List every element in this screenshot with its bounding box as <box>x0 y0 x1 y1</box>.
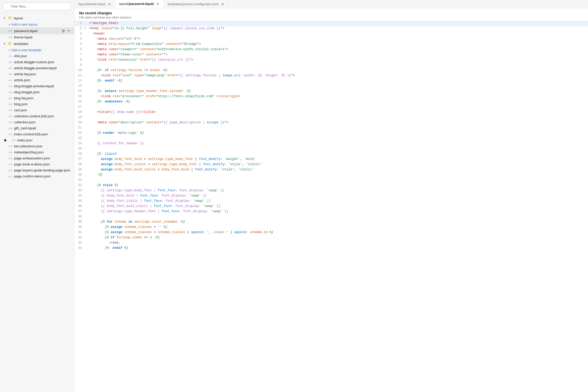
code-line-44: 44 {%- endif %} <box>74 246 588 251</box>
file-name-blog: blog.json <box>14 102 71 106</box>
line-num-10: 10 <box>74 68 84 72</box>
templates-add-label: Add a new template <box>11 48 42 52</box>
code-line-41: 41 {% assign scheme_classes = scheme_cla… <box>74 230 588 235</box>
line-num-32: 32 <box>74 183 84 187</box>
file-name-bbp: blog.bloggle-preview.liquid <box>14 84 71 88</box>
tab-label-product: templates/product.configurator.json <box>168 2 218 6</box>
file-icon-pbg: </> <box>8 169 13 172</box>
line-num-6: 6 <box>74 47 84 51</box>
file-article-faq[interactable]: </> article.faq.json <box>0 71 74 77</box>
layout-folder[interactable]: ▼ 📁 layout <box>0 15 74 21</box>
file-page-buyers-guide[interactable]: </> page.buyers-guide-landing-page.json <box>0 167 74 173</box>
file-name-theme: theme.liquid <box>14 35 71 39</box>
status-bar: No recent changes File does not have any… <box>74 8 588 21</box>
line-content-37: {{ settings.type_header_font | font_face… <box>89 209 588 214</box>
line-num-17: 17 <box>74 105 84 109</box>
line-num-14: 14 <box>74 89 84 93</box>
templates-folder[interactable]: ▼ 📁 templates <box>0 40 74 47</box>
code-line-36: 36 {{ body_font_bold_italic | font_face:… <box>74 204 588 209</box>
code-line-30: 30 -%} <box>74 173 588 178</box>
file-blog-bloggle[interactable]: </> blog.bloggle.json <box>0 89 74 95</box>
tabs-bar: layout/theme.liquid ✕ layout/password.li… <box>74 0 588 8</box>
file-blog-bloggle-preview[interactable]: </> blog.bloggle-preview.liquid <box>0 83 74 89</box>
file-icon-mfaq: </> <box>8 151 13 154</box>
code-line-26: 26 {%- liquid <box>74 152 588 157</box>
line-content-29: assign body_font_bold_italic = body_font… <box>89 168 588 172</box>
file-password-liquid[interactable]: </> password.liquid 🗑 ✏ <box>0 27 74 34</box>
line-num-35: 35 <box>74 199 84 203</box>
line-num-34: 34 <box>74 194 84 198</box>
line-content-21 <box>89 126 588 126</box>
file-icon-theme: </> <box>8 36 13 39</box>
line-content-1: <!doctype html> <box>89 21 588 25</box>
edit-password-button[interactable]: ✏ <box>67 28 71 33</box>
file-cart[interactable]: </> cart.json <box>0 107 74 113</box>
line-content-30: -%} <box>89 173 588 177</box>
layout-add-button[interactable]: + Add a new layout <box>0 21 74 27</box>
line-arrow-43 <box>84 241 89 241</box>
file-icon-abp: </> <box>8 67 13 70</box>
file-index[interactable]: </> index.json <box>0 137 74 143</box>
file-list-collections[interactable]: </> list-collections.json <box>0 143 74 149</box>
file-gift-card[interactable]: </> gift_card.liquid <box>0 125 74 131</box>
line-arrow-44 <box>84 246 89 246</box>
file-article[interactable]: </> article.json <box>0 77 74 83</box>
line-arrow-3 <box>84 32 89 32</box>
line-content-18: <title>{{ shop.name }}</title> <box>89 110 588 114</box>
line-arrow-19 <box>84 115 89 116</box>
code-line-7: 7 <meta name="theme-color" content=""> <box>74 53 588 58</box>
file-page-ambassadors[interactable]: </> page.ambassadors.json <box>0 155 74 161</box>
code-line-34: 34 {{ body_font_bold | font_face: font_d… <box>74 194 588 199</box>
templates-add-button[interactable]: + Add a new template <box>0 47 74 53</box>
line-content-20: <meta name="description" content="{{ pag… <box>89 120 588 125</box>
line-content-2: <html class="no-js full-height" lang="{{… <box>89 26 588 31</box>
file-article-bloggle-custom[interactable]: </> article.bloggle-custom.json <box>0 59 74 65</box>
tab-layout-theme[interactable]: layout/theme.liquid ✕ <box>74 0 116 8</box>
code-editor[interactable]: 1 <!doctype html> 2 ▼ <html class="no-js… <box>74 21 588 392</box>
code-line-33: 33 {{ settings.type_body_font | font_fac… <box>74 188 588 194</box>
code-line-4: 4 <meta charset="utf-8"> <box>74 37 588 42</box>
line-num-26: 26 <box>74 152 84 156</box>
line-num-5: 5 <box>74 42 84 46</box>
line-arrow-39 <box>84 220 89 220</box>
file-icon-index: </> <box>11 139 16 142</box>
file-404[interactable]: </> 404.json <box>0 53 74 59</box>
line-num-30: 30 <box>74 173 84 177</box>
file-collection-context-b2b[interactable]: </> collection.context.b2b.json <box>0 113 74 119</box>
line-arrow-17 <box>84 105 89 105</box>
line-content-36: {{ body_font_bold_italic | font_face: fo… <box>89 204 588 208</box>
line-num-36: 36 <box>74 204 84 208</box>
layout-folder-icon: 📁 <box>8 16 12 20</box>
main-panel: layout/theme.liquid ✕ layout/password.li… <box>74 0 588 392</box>
file-page-confirm-demo[interactable]: </> page.confirm-demo.json <box>0 173 74 179</box>
tab-templates-product[interactable]: templates/product.configurator.json ✕ <box>164 0 229 8</box>
line-arrow-16 <box>84 100 89 100</box>
file-icon-bbp: </> <box>8 85 13 88</box>
file-blog[interactable]: </> blog.json <box>0 101 74 107</box>
file-page-book-demo[interactable]: </> page.book-a-demo.json <box>0 161 74 167</box>
code-line-5: 5 <meta http-equiv="X-UA-Compatible" con… <box>74 42 588 47</box>
tab-label-password: layout/password.liquid <box>119 2 154 6</box>
tab-close-product[interactable]: ✕ <box>221 2 225 6</box>
filter-input[interactable] <box>3 3 71 10</box>
line-content-10: {%- if settings.favicon != blank -%} <box>89 68 588 72</box>
code-line-27: 27 assign body_font_bold = settings.type… <box>74 157 588 162</box>
line-arrow-37 <box>84 209 89 210</box>
delete-password-button[interactable]: 🗑 <box>61 28 66 33</box>
tab-close-theme[interactable]: ✕ <box>107 2 112 6</box>
tab-layout-password[interactable]: layout/password.liquid ✕ <box>116 0 164 8</box>
file-blog-faq[interactable]: </> blog.faq.json <box>0 95 74 101</box>
line-num-24: 24 <box>74 141 84 146</box>
sidebar-tree: ▼ 📁 layout + Add a new layout </> passwo… <box>0 13 74 392</box>
file-collection[interactable]: </> collection.json <box>0 119 74 125</box>
line-num-21: 21 <box>74 126 84 130</box>
tab-close-password[interactable]: ✕ <box>156 2 160 6</box>
sidebar: ☰ ▼ 📁 layout + Add a new layout </> pass… <box>0 0 74 392</box>
file-metaobject-faq[interactable]: </> metaobject/faq.json <box>0 149 74 155</box>
line-arrow-21 <box>84 126 89 126</box>
file-index-context-b2b[interactable]: </> index.context.b2b.json <box>0 131 74 137</box>
file-theme-liquid[interactable]: </> theme.liquid <box>0 34 74 40</box>
file-name-ccb2b: collection.context.b2b.json <box>14 114 71 118</box>
file-name-article: article.json <box>14 78 71 82</box>
file-article-bloggle-preview[interactable]: </> article.bloggle-preview.liquid <box>0 65 74 71</box>
